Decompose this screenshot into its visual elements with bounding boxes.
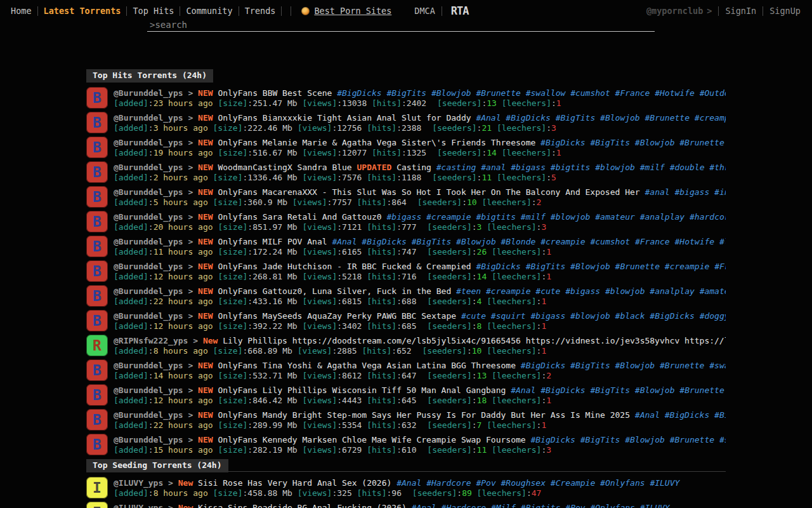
user-avatar[interactable]: B (86, 409, 108, 431)
torrent-title-link[interactable]: @RIPNsfw222_yps > New Lily Phillips http… (114, 335, 726, 346)
hashtag-link[interactable]: #bigtits (551, 163, 591, 172)
nav-item-community[interactable]: Community (180, 6, 238, 16)
hashtag-link[interactable]: #BigDicks (530, 435, 575, 444)
user-avatar[interactable]: B (86, 285, 108, 307)
hashtag-link[interactable]: #black (615, 311, 645, 321)
hashtag-link[interactable]: #Onlyfans (590, 503, 634, 508)
user-avatar[interactable]: I (86, 502, 108, 508)
user-avatar[interactable]: B (86, 384, 108, 406)
hashtag-link[interactable]: #Outdoors (700, 88, 726, 98)
torrent-title-link[interactable]: @Burunddel_yps > NEW OnlyFans MacarenaXX… (114, 187, 726, 197)
hashtag-link[interactable]: #Onlyfans (600, 478, 645, 488)
hashtag-link[interactable]: #bigtits (476, 212, 516, 222)
user-avatar[interactable]: B (86, 137, 108, 158)
username-link[interactable]: @ILUVY_yps (114, 478, 163, 488)
torrent-title-link[interactable]: @Burunddel_yps > NEW OnlyFans Mandy Brig… (114, 410, 726, 420)
hashtag-link[interactable]: #Blowjob (570, 262, 610, 271)
torrent-title-link[interactable]: @Burunddel_yps > NEW OnlyFans Melanie Ma… (114, 137, 726, 148)
hashtag-link[interactable]: #Blonde (501, 237, 536, 246)
hashtag-link[interactable]: #Anal (511, 385, 535, 395)
hashtag-link[interactable]: #lingeri (719, 237, 726, 246)
dmca-link[interactable]: DMCA (408, 6, 442, 16)
hashtag-link[interactable]: #blowjob (551, 212, 591, 222)
hashtag-link[interactable]: #Anal (635, 410, 660, 420)
hashtag-link[interactable]: #Roughsex (501, 478, 546, 488)
hashtag-link[interactable]: #BigTits (526, 262, 566, 271)
user-avatar[interactable]: B (86, 310, 108, 331)
hashtag-link[interactable]: #Brunette (645, 113, 690, 123)
hashtag-link[interactable]: #Pov (565, 503, 585, 508)
username-link[interactable]: @Burunddel_yps (114, 410, 183, 420)
hashtag-link[interactable]: #milf (640, 163, 665, 172)
hashtag-link[interactable]: #BigDicks (540, 385, 585, 395)
torrent-title-link[interactable]: @Burunddel_yps > NEW Onlyfans MaySeeds A… (114, 311, 726, 321)
torrent-title-link[interactable]: @Burunddel_yps > NEW OnlyFans Jade Hutch… (114, 261, 726, 272)
user-avatar[interactable]: B (86, 87, 108, 109)
signup-button[interactable]: SignUp (763, 6, 807, 16)
search-input[interactable] (147, 18, 655, 32)
hashtag-link[interactable]: #Blowjob (615, 361, 655, 370)
hashtag-link[interactable]: #BigDicks (506, 113, 550, 123)
hashtag-link[interactable]: #Hotwife (655, 88, 695, 98)
hashtag-link[interactable]: #creampie (426, 212, 471, 222)
hashtag-link[interactable]: #bigass (565, 286, 600, 296)
hashtag-link[interactable]: #blowjob (570, 311, 610, 321)
torrent-title-link[interactable]: @ILUVY_yps > New Sisi Rose Has Very Hard… (114, 478, 726, 488)
hashtag-link[interactable]: #BigTits (556, 113, 596, 123)
torrent-title-link[interactable]: @Burunddel_yps > NEW OnlyFans Tina Yoshi… (114, 360, 726, 371)
hashtag-link[interactable]: #amateur (595, 212, 635, 222)
hashtag-link[interactable]: #BigDicks (476, 262, 520, 271)
torrent-title-link[interactable]: @Burunddel_yps > NEW WoodmanCastingX San… (114, 162, 726, 173)
user-avatar[interactable]: B (86, 260, 108, 282)
nav-item-trends[interactable]: Trends (239, 6, 282, 16)
hashtag-link[interactable]: #Anal (332, 237, 357, 246)
hashtag-link[interactable]: #BigDicks (665, 410, 709, 420)
hashtag-link[interactable]: #BigTits (590, 138, 630, 147)
account-menu[interactable]: @mypornclub> (646, 6, 712, 16)
torrent-title-link[interactable]: @Burunddel_yps > NEW OnlyFans Gattouz0, … (114, 286, 726, 297)
username-link[interactable]: @Burunddel_yps (114, 311, 183, 321)
hashtag-link[interactable]: #double (670, 163, 705, 172)
hashtag-link[interactable]: #bigass (386, 212, 421, 222)
hashtag-link[interactable]: #cute (535, 286, 560, 296)
username-link[interactable]: @ILUVY_yps (114, 503, 163, 508)
hashtag-link[interactable]: #bigass (511, 163, 546, 172)
username-link[interactable]: @Burunddel_yps (114, 163, 183, 172)
hashtag-link[interactable]: #analplay (650, 286, 694, 296)
hashtag-link[interactable]: #BigTits (570, 361, 610, 370)
user-avatar[interactable]: B (86, 211, 108, 232)
nav-item-top-hits[interactable]: Top Hits (127, 6, 180, 16)
hashtag-link[interactable]: #Milf (491, 503, 516, 508)
hashtag-link[interactable]: #Anal (476, 113, 501, 123)
username-link[interactable]: @Burunddel_yps (114, 212, 183, 222)
hashtag-link[interactable]: #interrac (714, 187, 726, 197)
hashtag-link[interactable]: #Hotwife (675, 237, 715, 246)
hashtag-link[interactable]: #Blowjob (600, 113, 640, 123)
user-avatar[interactable]: B (86, 186, 108, 208)
signin-button[interactable]: SignIn (719, 6, 763, 16)
hashtag-link[interactable]: #blowjob (595, 163, 635, 172)
hashtag-link[interactable]: #Hardcore (442, 503, 486, 508)
torrent-title-link[interactable]: @Burunddel_yps > NEW OnlyFans BBW Best S… (114, 88, 726, 98)
username-link[interactable]: @Burunddel_yps (114, 385, 183, 395)
hashtag-link[interactable]: #Blowjob (456, 237, 496, 246)
hashtag-link[interactable]: #teen (456, 286, 481, 296)
hashtag-link[interactable]: #BigTits (714, 410, 726, 420)
username-link[interactable]: @Burunddel_yps (114, 88, 183, 98)
user-avatar[interactable]: R (86, 335, 108, 356)
hashtag-link[interactable]: #swallow (719, 435, 726, 444)
hashtag-link[interactable]: #swallow (709, 361, 726, 370)
best-porn-sites-link[interactable]: Best Porn Sites (301, 6, 391, 16)
hashtag-link[interactable]: #Blowjob (635, 385, 675, 395)
user-avatar[interactable]: B (86, 434, 108, 455)
hashtag-link[interactable]: #bigass (530, 311, 565, 321)
hashtag-link[interactable]: #Blowjob (625, 435, 665, 444)
torrent-title-link[interactable]: @ILUVY_yps > New Kissa Sins Roadside BG … (114, 502, 726, 508)
rta-logo[interactable]: RTA (447, 4, 473, 18)
hashtag-link[interactable]: #milf (521, 212, 546, 222)
hashtag-link[interactable]: #anal (645, 187, 669, 197)
hashtag-link[interactable]: #BigDicks (337, 88, 381, 98)
nav-item-home[interactable]: Home (5, 6, 37, 16)
hashtag-link[interactable]: #swallow (526, 88, 566, 98)
hashtag-link[interactable]: #Hardcore (426, 478, 471, 488)
